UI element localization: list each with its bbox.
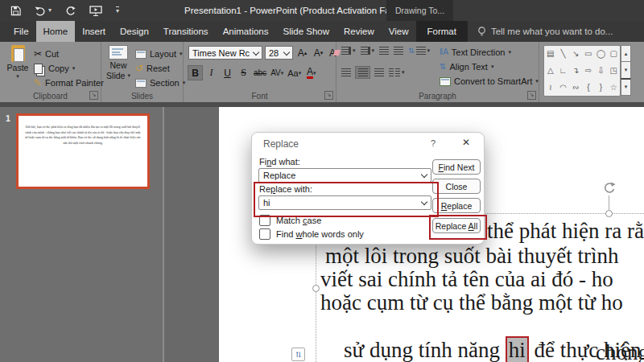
snip-corner-shape[interactable]: ◳	[609, 67, 617, 75]
strikethrough-button[interactable]: abc	[253, 66, 267, 80]
clipboard-dialog-launcher[interactable]: ↘	[89, 91, 98, 100]
save-icon[interactable]	[10, 6, 21, 16]
redo-repeat-button[interactable]	[65, 6, 76, 16]
triangle-shape[interactable]: △	[547, 67, 554, 75]
match-case-label[interactable]: Match case	[276, 216, 321, 225]
align-center-button[interactable]	[356, 67, 369, 78]
line-spacing-button[interactable]: ⇅▾	[408, 47, 430, 55]
numbering-button[interactable]: ▾	[361, 47, 375, 55]
find-what-label: Find what:	[259, 157, 300, 167]
shrink-font-button[interactable]: A▾	[312, 46, 325, 60]
increase-indent-button[interactable]	[394, 47, 403, 55]
tab-slide-show[interactable]: Slide Show	[276, 21, 337, 42]
whole-words-label[interactable]: Find whole words only	[276, 229, 364, 239]
arc-shape[interactable]: ◠	[559, 84, 567, 92]
chevron-down-icon	[283, 48, 290, 55]
columns-button[interactable]: ▾	[389, 68, 405, 76]
tab-animations[interactable]: Animations	[216, 21, 276, 42]
tab-home[interactable]: Home	[36, 21, 76, 42]
rectangle-shape[interactable]: ▭	[584, 50, 592, 58]
slide-thumbnail[interactable]: Đôi khi, bạn có thể phát hiện ra rằng bạ…	[16, 113, 150, 189]
line-shape[interactable]: ╲	[560, 50, 565, 58]
tab-view[interactable]: View	[382, 21, 416, 42]
font-size-combobox[interactable]: 28	[265, 46, 293, 60]
bold-button[interactable]: B	[188, 66, 202, 80]
scribble-shape[interactable]: ≀	[549, 84, 552, 92]
new-slide-button[interactable]: New Slide▾	[104, 45, 133, 80]
copy-button[interactable]: Copy ▾	[34, 61, 104, 76]
grow-font-button[interactable]: A▴	[295, 46, 309, 60]
font-dialog-launcher[interactable]: ↘	[324, 91, 333, 100]
grow-font-arrow-icon: ▴	[304, 50, 308, 56]
gallery-more-button[interactable]: ▾	[621, 78, 631, 96]
left-brace-shape[interactable]: {	[587, 84, 589, 92]
section-button[interactable]: Section ▾	[135, 76, 185, 90]
right-brace-shape[interactable]: }	[600, 84, 602, 92]
align-text-button[interactable]: ⇅ Align Text ▾	[440, 60, 539, 74]
tab-transitions[interactable]: Transitions	[156, 21, 216, 42]
star-shape[interactable]: ☆	[610, 84, 617, 92]
new-slide-caret-icon: ▾	[127, 72, 130, 79]
character-spacing-button[interactable]: AV▾	[270, 66, 284, 80]
tab-review[interactable]: Review	[336, 21, 382, 42]
change-case-button[interactable]: Aa▾	[287, 66, 302, 80]
convert-to-smartart-button[interactable]: Convert to SmartArt ▾	[440, 74, 539, 88]
right-arrow-shape[interactable]: ⇨	[585, 67, 592, 75]
close-icon[interactable]: ✕	[462, 137, 470, 148]
down-arrow-shape[interactable]: ⇩	[597, 67, 604, 75]
font-name-combobox[interactable]: Times New Rc	[188, 46, 262, 60]
textbox-top-handle[interactable]	[605, 210, 613, 217]
arrow-shape[interactable]: ↘	[572, 50, 579, 58]
whole-words-checkbox[interactable]	[259, 228, 270, 240]
format-painter-button[interactable]: ✎ Format Painter	[34, 76, 104, 90]
new-slide-icon	[109, 45, 128, 60]
rounded-rectangle-shape[interactable]: ▢	[609, 50, 617, 58]
textbox-left-handle[interactable]	[312, 285, 320, 292]
bullets-button[interactable]: ▾	[341, 47, 356, 55]
align-text-icon: ⇅	[440, 63, 446, 71]
match-case-checkbox[interactable]	[259, 215, 270, 226]
layout-button[interactable]: Layout ▾	[135, 47, 185, 61]
start-slideshow-button[interactable]	[89, 6, 102, 16]
replace-button[interactable]: Replace	[432, 198, 481, 213]
replace-with-combobox[interactable]: hi	[258, 195, 431, 210]
rotate-handle-icon[interactable]	[603, 182, 616, 194]
elbow-arrow-connector-shape[interactable]: ↴	[572, 67, 579, 75]
find-what-value: Replace	[263, 171, 295, 180]
paste-button[interactable]: Paste ▾	[3, 45, 32, 80]
close-button[interactable]: Close	[432, 179, 481, 194]
gallery-scroll-down-button[interactable]: ▾	[621, 61, 631, 78]
text-box-shape[interactable]: ▤	[547, 50, 554, 58]
contextual-tab-group-drawing-tools[interactable]: Drawing To...	[386, 0, 453, 21]
tab-design[interactable]: Design	[113, 21, 156, 42]
paragraph-dialog-launcher[interactable]: ↘	[527, 91, 536, 100]
reset-button[interactable]: ↺ Reset	[135, 61, 185, 76]
tell-me-box[interactable]: Tell me what you want to do...	[477, 21, 613, 42]
cut-button[interactable]: ✂ Cut	[34, 47, 104, 61]
autofit-options-button[interactable]: ⇅	[291, 348, 305, 361]
tab-insert[interactable]: Insert	[75, 21, 113, 42]
find-what-combobox[interactable]: Replace	[258, 168, 431, 183]
elbow-connector-shape[interactable]: ∟	[559, 67, 568, 75]
italic-button[interactable]: I	[204, 66, 218, 80]
text-direction-button[interactable]: ‖A Text Direction ▾	[440, 45, 539, 60]
decrease-indent-button[interactable]	[379, 47, 389, 55]
slide-thumbnail-panel: 1 Đôi khi, bạn có thể phát hiện ra rằng …	[0, 107, 163, 362]
gallery-scroll-up-button[interactable]: ▴	[621, 45, 631, 62]
bullets-icon	[341, 47, 351, 55]
align-right-button[interactable]	[374, 68, 384, 76]
strikethrough-shadow-button[interactable]: S	[237, 66, 250, 80]
find-next-button[interactable]: Find Next	[432, 159, 481, 175]
replace-all-button[interactable]: Replace All	[432, 218, 481, 233]
oval-shape[interactable]: ◯	[597, 50, 605, 58]
tab-format[interactable]: Format	[416, 21, 468, 42]
align-left-button[interactable]	[341, 68, 351, 76]
undo-caret-icon[interactable]: ▾	[48, 7, 52, 14]
font-color-button[interactable]: A▾	[304, 66, 318, 80]
curve-shape[interactable]: ∾	[572, 84, 579, 92]
customize-qat-button[interactable]: ▾	[116, 6, 119, 14]
tab-file[interactable]: File	[6, 21, 36, 42]
help-icon[interactable]: ?	[431, 138, 436, 148]
underline-button[interactable]: U	[221, 66, 234, 80]
undo-button[interactable]: ▾	[35, 6, 52, 16]
